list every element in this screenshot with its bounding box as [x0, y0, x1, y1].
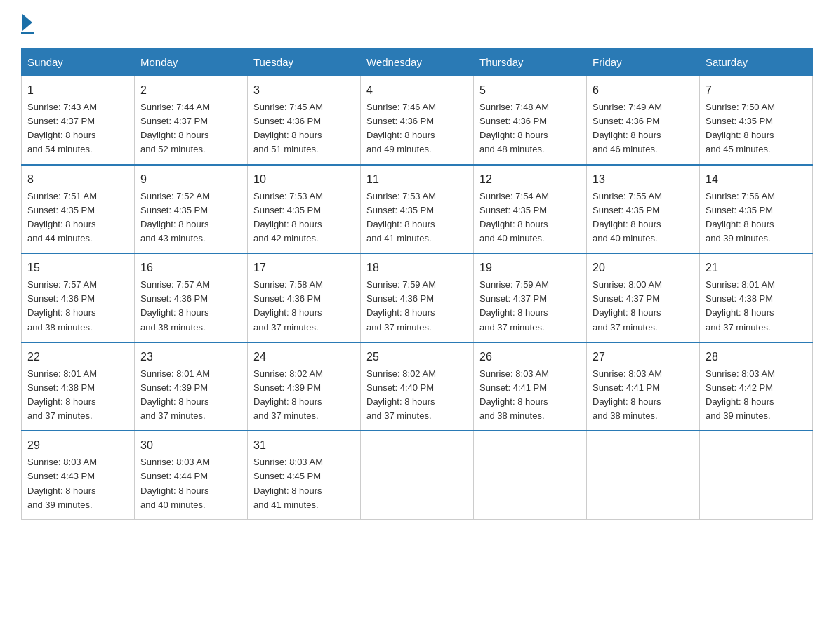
- logo-arrow-icon: [22, 14, 32, 31]
- calendar-cell: 3Sunrise: 7:45 AMSunset: 4:36 PMDaylight…: [248, 76, 361, 165]
- calendar-cell: 28Sunrise: 8:03 AMSunset: 4:42 PMDayligh…: [700, 342, 813, 431]
- day-number: 8: [27, 171, 128, 188]
- day-info: Sunrise: 8:03 AMSunset: 4:41 PMDaylight:…: [593, 367, 694, 424]
- calendar-cell: [361, 431, 474, 519]
- day-number: 11: [366, 171, 468, 188]
- day-info: Sunrise: 8:01 AMSunset: 4:38 PMDaylight:…: [27, 367, 128, 424]
- calendar-cell: 27Sunrise: 8:03 AMSunset: 4:41 PMDayligh…: [587, 342, 700, 431]
- day-number: 19: [479, 260, 581, 276]
- calendar-cell: 16Sunrise: 7:57 AMSunset: 4:36 PMDayligh…: [135, 253, 248, 342]
- calendar-cell: 1Sunrise: 7:43 AMSunset: 4:37 PMDaylight…: [22, 76, 135, 165]
- day-info: Sunrise: 7:59 AMSunset: 4:37 PMDaylight:…: [479, 278, 581, 335]
- calendar-cell: 26Sunrise: 8:03 AMSunset: 4:41 PMDayligh…: [474, 342, 587, 431]
- calendar-cell: 24Sunrise: 8:02 AMSunset: 4:39 PMDayligh…: [248, 342, 361, 431]
- day-number: 6: [593, 82, 694, 99]
- calendar-cell: 31Sunrise: 8:03 AMSunset: 4:45 PMDayligh…: [248, 431, 361, 519]
- col-header-saturday: Saturday: [700, 49, 813, 76]
- day-info: Sunrise: 8:01 AMSunset: 4:39 PMDaylight:…: [140, 367, 241, 424]
- col-header-thursday: Thursday: [474, 49, 587, 76]
- calendar-week-row: 22Sunrise: 8:01 AMSunset: 4:38 PMDayligh…: [22, 342, 813, 431]
- day-number: 31: [253, 437, 355, 454]
- day-number: 26: [479, 349, 581, 365]
- day-number: 15: [27, 260, 128, 276]
- logo-text: [21, 14, 34, 31]
- day-number: 18: [366, 260, 468, 276]
- day-number: 10: [253, 171, 355, 188]
- calendar-cell: [474, 431, 587, 519]
- calendar-week-row: 8Sunrise: 7:51 AMSunset: 4:35 PMDaylight…: [22, 165, 813, 254]
- calendar-cell: 19Sunrise: 7:59 AMSunset: 4:37 PMDayligh…: [474, 253, 587, 342]
- calendar-cell: 29Sunrise: 8:03 AMSunset: 4:43 PMDayligh…: [22, 431, 135, 519]
- calendar-cell: 2Sunrise: 7:44 AMSunset: 4:37 PMDaylight…: [135, 76, 248, 165]
- col-header-sunday: Sunday: [22, 49, 135, 76]
- day-number: 28: [706, 349, 807, 365]
- calendar-cell: 13Sunrise: 7:55 AMSunset: 4:35 PMDayligh…: [587, 165, 700, 254]
- day-number: 17: [253, 260, 355, 276]
- day-info: Sunrise: 7:50 AMSunset: 4:35 PMDaylight:…: [706, 100, 807, 157]
- calendar-cell: 23Sunrise: 8:01 AMSunset: 4:39 PMDayligh…: [135, 342, 248, 431]
- calendar-cell: 20Sunrise: 8:00 AMSunset: 4:37 PMDayligh…: [587, 253, 700, 342]
- calendar-cell: 21Sunrise: 8:01 AMSunset: 4:38 PMDayligh…: [700, 253, 813, 342]
- day-number: 25: [366, 349, 468, 365]
- day-info: Sunrise: 8:02 AMSunset: 4:39 PMDaylight:…: [253, 367, 355, 424]
- day-number: 14: [706, 171, 807, 188]
- calendar-cell: 8Sunrise: 7:51 AMSunset: 4:35 PMDaylight…: [22, 165, 135, 254]
- day-info: Sunrise: 7:57 AMSunset: 4:36 PMDaylight:…: [27, 278, 128, 335]
- day-info: Sunrise: 7:53 AMSunset: 4:35 PMDaylight:…: [366, 189, 468, 246]
- day-info: Sunrise: 8:03 AMSunset: 4:44 PMDaylight:…: [140, 455, 241, 512]
- day-info: Sunrise: 7:43 AMSunset: 4:37 PMDaylight:…: [27, 100, 128, 157]
- calendar-cell: 4Sunrise: 7:46 AMSunset: 4:36 PMDaylight…: [361, 76, 474, 165]
- calendar-cell: 25Sunrise: 8:02 AMSunset: 4:40 PMDayligh…: [361, 342, 474, 431]
- day-info: Sunrise: 7:46 AMSunset: 4:36 PMDaylight:…: [366, 100, 468, 157]
- calendar-cell: 17Sunrise: 7:58 AMSunset: 4:36 PMDayligh…: [248, 253, 361, 342]
- day-number: 29: [27, 437, 128, 454]
- page-header: [21, 14, 813, 34]
- day-number: 12: [479, 171, 581, 188]
- day-info: Sunrise: 7:44 AMSunset: 4:37 PMDaylight:…: [140, 100, 241, 157]
- day-info: Sunrise: 7:59 AMSunset: 4:36 PMDaylight:…: [366, 278, 468, 335]
- day-info: Sunrise: 8:02 AMSunset: 4:40 PMDaylight:…: [366, 367, 468, 424]
- calendar-week-row: 1Sunrise: 7:43 AMSunset: 4:37 PMDaylight…: [22, 76, 813, 165]
- calendar-week-row: 15Sunrise: 7:57 AMSunset: 4:36 PMDayligh…: [22, 253, 813, 342]
- day-number: 9: [140, 171, 241, 188]
- calendar-cell: 6Sunrise: 7:49 AMSunset: 4:36 PMDaylight…: [587, 76, 700, 165]
- day-number: 4: [366, 82, 468, 99]
- day-info: Sunrise: 8:01 AMSunset: 4:38 PMDaylight:…: [706, 278, 807, 335]
- day-number: 5: [479, 82, 581, 99]
- day-info: Sunrise: 7:48 AMSunset: 4:36 PMDaylight:…: [479, 100, 581, 157]
- day-info: Sunrise: 7:53 AMSunset: 4:35 PMDaylight:…: [253, 189, 355, 246]
- day-info: Sunrise: 8:03 AMSunset: 4:43 PMDaylight:…: [27, 455, 128, 512]
- calendar-cell: 9Sunrise: 7:52 AMSunset: 4:35 PMDaylight…: [135, 165, 248, 254]
- day-number: 22: [27, 349, 128, 365]
- calendar-header-row: SundayMondayTuesdayWednesdayThursdayFrid…: [22, 49, 813, 76]
- day-info: Sunrise: 8:03 AMSunset: 4:45 PMDaylight:…: [253, 455, 355, 512]
- calendar-cell: 5Sunrise: 7:48 AMSunset: 4:36 PMDaylight…: [474, 76, 587, 165]
- day-info: Sunrise: 7:49 AMSunset: 4:36 PMDaylight:…: [593, 100, 694, 157]
- day-number: 3: [253, 82, 355, 99]
- day-number: 13: [593, 171, 694, 188]
- calendar-cell: [587, 431, 700, 519]
- day-info: Sunrise: 7:56 AMSunset: 4:35 PMDaylight:…: [706, 189, 807, 246]
- day-number: 24: [253, 349, 355, 365]
- calendar-cell: 10Sunrise: 7:53 AMSunset: 4:35 PMDayligh…: [248, 165, 361, 254]
- day-info: Sunrise: 8:03 AMSunset: 4:42 PMDaylight:…: [706, 367, 807, 424]
- day-info: Sunrise: 8:03 AMSunset: 4:41 PMDaylight:…: [479, 367, 581, 424]
- day-info: Sunrise: 7:57 AMSunset: 4:36 PMDaylight:…: [140, 278, 241, 335]
- day-info: Sunrise: 7:58 AMSunset: 4:36 PMDaylight:…: [253, 278, 355, 335]
- calendar-cell: 30Sunrise: 8:03 AMSunset: 4:44 PMDayligh…: [135, 431, 248, 519]
- day-number: 27: [593, 349, 694, 365]
- col-header-friday: Friday: [587, 49, 700, 76]
- day-info: Sunrise: 8:00 AMSunset: 4:37 PMDaylight:…: [593, 278, 694, 335]
- calendar-cell: 15Sunrise: 7:57 AMSunset: 4:36 PMDayligh…: [22, 253, 135, 342]
- calendar-cell: 14Sunrise: 7:56 AMSunset: 4:35 PMDayligh…: [700, 165, 813, 254]
- day-number: 2: [140, 82, 241, 99]
- logo-underline: [21, 32, 34, 34]
- day-number: 1: [27, 82, 128, 99]
- day-number: 30: [140, 437, 241, 454]
- logo: [21, 14, 34, 34]
- day-info: Sunrise: 7:45 AMSunset: 4:36 PMDaylight:…: [253, 100, 355, 157]
- day-info: Sunrise: 7:52 AMSunset: 4:35 PMDaylight:…: [140, 189, 241, 246]
- day-number: 23: [140, 349, 241, 365]
- day-info: Sunrise: 7:54 AMSunset: 4:35 PMDaylight:…: [479, 189, 581, 246]
- day-number: 21: [706, 260, 807, 276]
